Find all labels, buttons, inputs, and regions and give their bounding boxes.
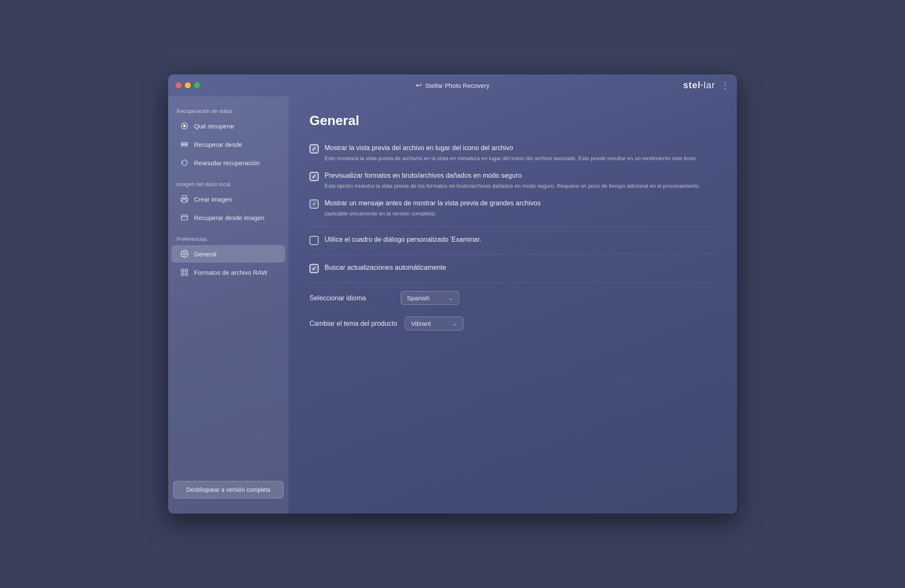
stellar-logo: stel·lar bbox=[683, 80, 716, 91]
svg-rect-2 bbox=[182, 143, 188, 144]
theme-label: Cambiar el tema del producto bbox=[309, 320, 397, 327]
setting-label: Buscar actualizaciones automáticamente bbox=[325, 263, 716, 272]
checkbox-auto-update[interactable] bbox=[309, 264, 319, 273]
sidebar-item-que-recuperar[interactable]: Qué recuperar bbox=[171, 117, 285, 135]
checkbox-icon[interactable] bbox=[309, 236, 319, 245]
setting-preview-files: Mostrar la vista previa del archivo en l… bbox=[309, 143, 716, 163]
chevron-down-icon: ⌄ bbox=[448, 295, 453, 301]
svg-rect-5 bbox=[182, 200, 187, 203]
sidebar-item-recuperar-imagen[interactable]: Recuperar desde imagen bbox=[171, 209, 285, 226]
grid-icon bbox=[180, 268, 189, 277]
theme-value: Vibrant bbox=[411, 320, 448, 327]
svg-point-1 bbox=[184, 125, 186, 127]
setting-custom-dialog: Utilice el cuadro de diálogo personaliza… bbox=[309, 235, 716, 246]
theme-select[interactable]: Vibrant ⌄ bbox=[405, 317, 463, 330]
layers-alt-icon bbox=[180, 213, 189, 222]
language-value: Spanish bbox=[407, 294, 444, 302]
sidebar-item-formatos-raw[interactable]: Formatos de archivo RAW bbox=[171, 263, 285, 281]
divider-2 bbox=[309, 254, 716, 255]
sidebar-section-image: Imagen del disco local bbox=[168, 178, 289, 190]
svg-rect-10 bbox=[185, 269, 188, 272]
sidebar-item-label: Crear imagen bbox=[194, 196, 232, 203]
menu-button[interactable]: ⋮ bbox=[721, 80, 729, 90]
language-row: Seleccionar idioma Spanish ⌄ bbox=[309, 291, 716, 305]
svg-point-8 bbox=[184, 253, 186, 255]
close-button[interactable] bbox=[176, 82, 182, 88]
svg-rect-11 bbox=[182, 273, 184, 276]
sidebar-item-label: Reanudar recuperación bbox=[194, 159, 260, 166]
gear-icon bbox=[180, 249, 189, 258]
checkbox-preview-raw[interactable] bbox=[309, 172, 319, 181]
maximize-button[interactable] bbox=[194, 82, 200, 88]
traffic-lights bbox=[176, 82, 200, 88]
content-area: Recuperación de datos Qué recuperar Recu… bbox=[168, 96, 737, 514]
setting-text-message-large: Mostrar un mensaje antes de mostrar la v… bbox=[325, 199, 716, 218]
setting-text-preview-raw: Previsualizar formatos en bruto/archivos… bbox=[325, 171, 716, 190]
language-label: Seleccionar idioma bbox=[309, 294, 393, 302]
title-text: Stellar Photo Recovery bbox=[425, 82, 489, 89]
page-title: General bbox=[309, 113, 716, 128]
logo-text: stel bbox=[683, 80, 701, 90]
checkbox-icon[interactable] bbox=[309, 144, 319, 153]
setting-desc: Esta opción muestra la vista previa de l… bbox=[325, 182, 716, 190]
setting-text-auto-update: Buscar actualizaciones automáticamente bbox=[325, 263, 716, 274]
checkbox-message-large[interactable] bbox=[309, 199, 319, 209]
sidebar-item-reanudar[interactable]: Reanudar recuperación bbox=[171, 154, 285, 171]
sidebar-item-label: Recuperar desde imagen bbox=[194, 214, 264, 221]
sidebar-section-data: Recuperación de datos bbox=[168, 105, 289, 117]
setting-text-custom-dialog: Utilice el cuadro de diálogo personaliza… bbox=[325, 235, 716, 246]
svg-rect-6 bbox=[182, 215, 188, 220]
setting-text-preview-files: Mostrar la vista previa del archivo en l… bbox=[325, 143, 716, 163]
svg-rect-3 bbox=[182, 145, 188, 146]
checkbox-custom-dialog[interactable] bbox=[309, 236, 319, 245]
checkbox-icon[interactable] bbox=[309, 199, 319, 209]
divider-3 bbox=[309, 282, 716, 283]
sidebar-bottom: Desbloquear a versión completa bbox=[168, 474, 289, 505]
sidebar-item-label: General bbox=[194, 251, 216, 258]
language-select[interactable]: Spanish ⌄ bbox=[401, 291, 459, 305]
sidebar-item-label: Formatos de archivo RAW bbox=[194, 269, 267, 276]
theme-row: Cambiar el tema del producto Vibrant ⌄ bbox=[309, 317, 716, 330]
sidebar-item-label: Qué recuperar bbox=[194, 123, 235, 130]
titlebar: ↩ Stellar Photo Recovery stel·lar ⋮ bbox=[168, 74, 737, 96]
app-window: ↩ Stellar Photo Recovery stel·lar ⋮ Recu… bbox=[168, 74, 737, 514]
sidebar-section-prefs: Preferencias bbox=[168, 233, 289, 245]
chevron-down-icon: ⌄ bbox=[452, 320, 457, 327]
logo-bold: · bbox=[700, 80, 703, 90]
setting-label: Previsualizar formatos en bruto/archivos… bbox=[325, 171, 716, 180]
setting-desc: Esto mostrará la vista previa de archivo… bbox=[325, 154, 716, 163]
setting-label: Mostrar la vista previa del archivo en l… bbox=[325, 143, 716, 153]
setting-auto-update: Buscar actualizaciones automáticamente bbox=[309, 263, 716, 274]
window-title: ↩ Stellar Photo Recovery bbox=[416, 81, 489, 90]
setting-label: Utilice el cuadro de diálogo personaliza… bbox=[325, 235, 716, 244]
checkbox-icon[interactable] bbox=[309, 172, 319, 181]
layers-icon bbox=[180, 140, 189, 149]
sidebar-item-crear-imagen[interactable]: Crear imagen bbox=[171, 190, 285, 208]
sidebar-item-general[interactable]: General bbox=[171, 245, 285, 263]
main-content: General Mostrar la vista previa del arch… bbox=[289, 96, 737, 514]
refresh-icon bbox=[180, 158, 189, 167]
setting-desc: (aplicable únicamente en la versión comp… bbox=[325, 210, 716, 218]
sidebar-item-label: Recuperar desde bbox=[194, 141, 242, 148]
sidebar: Recuperación de datos Qué recuperar Recu… bbox=[168, 96, 289, 514]
svg-rect-9 bbox=[182, 269, 184, 272]
setting-message-large: Mostrar un mensaje antes de mostrar la v… bbox=[309, 199, 716, 218]
checkbox-preview-files[interactable] bbox=[309, 144, 319, 153]
sidebar-item-recuperar-desde[interactable]: Recuperar desde bbox=[171, 135, 285, 153]
unlock-button[interactable]: Desbloquear a versión completa bbox=[173, 481, 284, 499]
setting-preview-raw: Previsualizar formatos en bruto/archivos… bbox=[309, 171, 716, 190]
printer-icon bbox=[180, 194, 189, 204]
divider bbox=[309, 226, 716, 227]
circle-dot-icon bbox=[180, 121, 189, 130]
checkbox-icon[interactable] bbox=[309, 264, 319, 273]
back-icon: ↩ bbox=[416, 81, 422, 90]
minimize-button[interactable] bbox=[185, 82, 191, 88]
svg-rect-12 bbox=[185, 273, 188, 276]
setting-label: Mostrar un mensaje antes de mostrar la v… bbox=[325, 199, 716, 208]
